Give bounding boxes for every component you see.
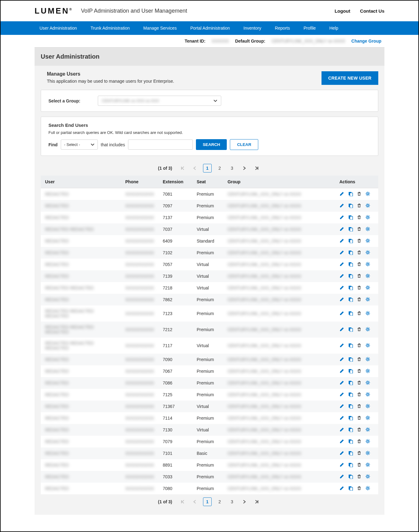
group-select[interactable]: CENTURYLINK xx-XXX xx-XXX	[98, 96, 221, 106]
edit-icon[interactable]	[339, 439, 345, 444]
pager-page-1[interactable]: 1	[203, 497, 212, 506]
trash-icon[interactable]	[357, 404, 362, 409]
gear-icon[interactable]	[365, 215, 371, 220]
edit-icon[interactable]	[339, 380, 345, 386]
gear-icon[interactable]	[365, 262, 371, 267]
trash-icon[interactable]	[357, 486, 362, 491]
edit-icon[interactable]	[339, 191, 345, 197]
edit-icon[interactable]	[339, 415, 345, 421]
search-text-input[interactable]	[128, 139, 193, 150]
gear-icon[interactable]	[365, 439, 371, 444]
edit-icon[interactable]	[339, 250, 345, 256]
edit-icon[interactable]	[339, 343, 345, 348]
trash-icon[interactable]	[357, 250, 362, 256]
pager-page-3[interactable]: 3	[228, 497, 236, 506]
trash-icon[interactable]	[357, 427, 362, 433]
edit-icon[interactable]	[339, 262, 345, 267]
pager-page-1[interactable]: 1	[203, 164, 212, 172]
gear-icon[interactable]	[365, 273, 371, 279]
copy-icon[interactable]	[348, 451, 354, 456]
gear-icon[interactable]	[365, 357, 371, 362]
trash-icon[interactable]	[357, 462, 362, 468]
edit-icon[interactable]	[339, 273, 345, 279]
create-new-user-button[interactable]: CREATE NEW USER	[322, 71, 378, 85]
edit-icon[interactable]	[339, 368, 345, 374]
change-group-link[interactable]: Change Group	[351, 39, 381, 44]
logout-link[interactable]: Logout	[334, 8, 350, 14]
trash-icon[interactable]	[357, 415, 362, 421]
edit-icon[interactable]	[339, 227, 345, 232]
gear-icon[interactable]	[365, 297, 371, 302]
trash-icon[interactable]	[357, 474, 362, 480]
search-button[interactable]: SEARCH	[196, 139, 227, 150]
gear-icon[interactable]	[365, 368, 371, 374]
gear-icon[interactable]	[365, 486, 371, 491]
gear-icon[interactable]	[365, 462, 371, 468]
nav-item-profile[interactable]: Profile	[299, 21, 321, 35]
edit-icon[interactable]	[339, 462, 345, 468]
nav-item-reports[interactable]: Reports	[270, 21, 295, 35]
copy-icon[interactable]	[348, 191, 354, 197]
copy-icon[interactable]	[348, 368, 354, 374]
edit-icon[interactable]	[339, 357, 345, 362]
trash-icon[interactable]	[357, 357, 362, 362]
copy-icon[interactable]	[348, 227, 354, 232]
pager-next-icon[interactable]	[240, 164, 249, 172]
trash-icon[interactable]	[357, 262, 362, 267]
edit-icon[interactable]	[339, 297, 345, 302]
gear-icon[interactable]	[365, 203, 371, 209]
copy-icon[interactable]	[348, 380, 354, 386]
copy-icon[interactable]	[348, 215, 354, 220]
edit-icon[interactable]	[339, 203, 345, 209]
edit-icon[interactable]	[339, 486, 345, 491]
pager-page-2[interactable]: 2	[215, 497, 224, 506]
edit-icon[interactable]	[339, 392, 345, 397]
pager-next-icon[interactable]	[240, 497, 249, 506]
pager-last-icon[interactable]	[252, 164, 261, 172]
trash-icon[interactable]	[357, 368, 362, 374]
trash-icon[interactable]	[357, 451, 362, 456]
copy-icon[interactable]	[348, 327, 354, 332]
edit-icon[interactable]	[339, 311, 345, 316]
gear-icon[interactable]	[365, 427, 371, 433]
find-field-select[interactable]: - Select -	[61, 139, 98, 150]
gear-icon[interactable]	[365, 343, 371, 348]
nav-item-portal-administration[interactable]: Portal Administration	[185, 21, 235, 35]
gear-icon[interactable]	[365, 451, 371, 456]
nav-item-user-administration[interactable]: User Administration	[35, 21, 82, 35]
copy-icon[interactable]	[348, 273, 354, 279]
gear-icon[interactable]	[365, 415, 371, 421]
nav-item-trunk-administration[interactable]: Trunk Administration	[85, 21, 135, 35]
edit-icon[interactable]	[339, 238, 345, 244]
copy-icon[interactable]	[348, 357, 354, 362]
edit-icon[interactable]	[339, 285, 345, 291]
trash-icon[interactable]	[357, 273, 362, 279]
trash-icon[interactable]	[357, 285, 362, 291]
nav-item-manage-services[interactable]: Manage Services	[138, 21, 181, 35]
copy-icon[interactable]	[348, 404, 354, 409]
copy-icon[interactable]	[348, 343, 354, 348]
gear-icon[interactable]	[365, 404, 371, 409]
copy-icon[interactable]	[348, 250, 354, 256]
edit-icon[interactable]	[339, 451, 345, 456]
trash-icon[interactable]	[357, 215, 362, 220]
gear-icon[interactable]	[365, 380, 371, 386]
gear-icon[interactable]	[365, 191, 371, 197]
copy-icon[interactable]	[348, 427, 354, 433]
trash-icon[interactable]	[357, 191, 362, 197]
contact-us-link[interactable]: Contact Us	[360, 8, 384, 14]
copy-icon[interactable]	[348, 238, 354, 244]
trash-icon[interactable]	[357, 297, 362, 302]
trash-icon[interactable]	[357, 380, 362, 386]
gear-icon[interactable]	[365, 327, 371, 332]
trash-icon[interactable]	[357, 203, 362, 209]
gear-icon[interactable]	[365, 238, 371, 244]
copy-icon[interactable]	[348, 262, 354, 267]
copy-icon[interactable]	[348, 474, 354, 480]
copy-icon[interactable]	[348, 297, 354, 302]
copy-icon[interactable]	[348, 392, 354, 397]
copy-icon[interactable]	[348, 439, 354, 444]
pager-page-3[interactable]: 3	[228, 164, 236, 172]
copy-icon[interactable]	[348, 203, 354, 209]
nav-item-help[interactable]: Help	[324, 21, 343, 35]
